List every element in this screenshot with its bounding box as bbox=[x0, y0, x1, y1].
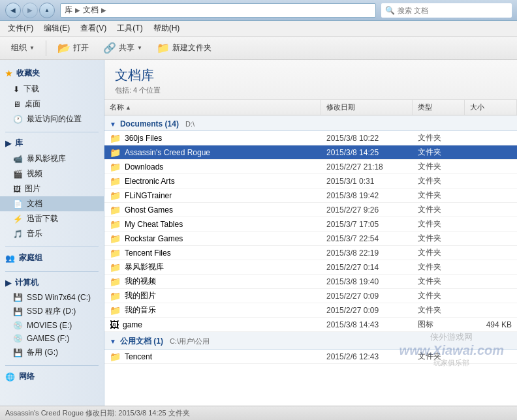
up-button[interactable]: ▲ bbox=[39, 3, 55, 18]
sidebar-item-xunlei[interactable]: ⚡ 迅雷下载 bbox=[0, 211, 104, 226]
menu-edit[interactable]: 编辑(E) bbox=[39, 22, 75, 35]
file-type: 文件夹 bbox=[413, 161, 465, 172]
col-header-type[interactable]: 类型 bbox=[413, 100, 465, 115]
c-drive-icon: 💾 bbox=[13, 293, 23, 302]
file-name-text: 我的图片 bbox=[125, 290, 156, 301]
sidebar-item-e-drive[interactable]: 💿 MOVIES (E:) bbox=[0, 319, 104, 332]
new-folder-icon: 📁 bbox=[157, 42, 170, 54]
file-type: 文件夹 bbox=[413, 247, 465, 258]
file-name-cell: 📁 My Cheat Tables bbox=[104, 219, 321, 230]
organize-label: 组织 bbox=[11, 42, 27, 53]
sidebar-item-video[interactable]: 🎬 视频 bbox=[0, 166, 104, 181]
sidebar-item-music[interactable]: 🎵 音乐 bbox=[0, 226, 104, 241]
table-row[interactable]: 📁 360js Files 2015/3/8 10:22 文件夹 bbox=[104, 131, 517, 145]
sidebar-item-f-drive[interactable]: 💿 GAMES (F:) bbox=[0, 332, 104, 345]
search-input[interactable] bbox=[398, 7, 508, 14]
file-name-text: Electronic Arts bbox=[125, 177, 175, 186]
table-row[interactable]: 📁 Rockstar Games 2015/3/7 22:54 文件夹 bbox=[104, 232, 517, 246]
table-row[interactable]: 📁 我的图片 2015/2/27 0:09 文件夹 bbox=[104, 289, 517, 303]
table-row[interactable]: 📁 Electronic Arts 2015/3/1 0:31 文件夹 bbox=[104, 174, 517, 188]
file-name-cell: 📁 Tencent Files bbox=[104, 248, 321, 258]
sidebar-item-g-drive[interactable]: 💾 备用 (G:) bbox=[0, 345, 104, 360]
table-row[interactable]: 📁 Downloads 2015/2/27 21:18 文件夹 bbox=[104, 160, 517, 174]
file-date: 2015/3/1 0:31 bbox=[321, 177, 413, 186]
file-list[interactable]: ▼ Documents (14) D:\ 📁 360js Files 2015/… bbox=[104, 115, 517, 406]
sidebar-libraries-header[interactable]: ▶ 库 bbox=[0, 135, 104, 151]
network-icon: 🌐 bbox=[5, 372, 15, 382]
file-date: 2015/3/8 10:22 bbox=[321, 134, 413, 143]
sidebar-libraries-section: ▶ 库 📹 暴风影视库 🎬 视频 🖼 图片 📄 文档 ⚡ 迅雷下载 bbox=[0, 135, 104, 241]
file-date: 2015/3/8 22:19 bbox=[321, 248, 413, 258]
menu-file[interactable]: 文件(F) bbox=[3, 22, 39, 35]
file-size: 494 KB bbox=[465, 320, 517, 329]
file-date: 2015/3/8 14:25 bbox=[321, 148, 413, 157]
table-row[interactable]: 📁 FLiNGTrainer 2015/3/8 19:42 文件夹 bbox=[104, 188, 517, 203]
menu-view[interactable]: 查看(V) bbox=[75, 22, 112, 35]
table-row[interactable]: 📁 我的音乐 2015/2/27 0:09 文件夹 bbox=[104, 303, 517, 318]
share-button[interactable]: 🔗 共享 ▼ bbox=[97, 39, 148, 57]
table-row[interactable]: 📁 暴风影视库 2015/2/27 0:14 文件夹 bbox=[104, 260, 517, 275]
new-folder-label: 新建文件夹 bbox=[172, 42, 212, 53]
menu-tools[interactable]: 工具(T) bbox=[112, 22, 148, 35]
table-row[interactable]: 📁 Tencent 2015/2/6 12:43 文件夹 bbox=[104, 350, 517, 364]
xunlei-icon: ⚡ bbox=[13, 215, 23, 224]
address-documents: 文档 bbox=[83, 5, 99, 16]
file-date: 2015/2/27 0:09 bbox=[321, 306, 413, 315]
file-type: 文件夹 bbox=[413, 290, 465, 301]
sidebar-computer-section: ▶ 计算机 💾 SSD Win7x64 (C:) 💾 SSD 程序 (D:) 💿… bbox=[0, 275, 104, 360]
file-name-text: game bbox=[123, 320, 142, 329]
col-header-name[interactable]: 名称 ▲ bbox=[104, 100, 321, 115]
menu-help[interactable]: 帮助(H) bbox=[148, 22, 185, 35]
title-bar: ◀ ▶ ▲ 库 ▶ 文档 ▶ 🔍 bbox=[0, 0, 517, 21]
new-folder-button[interactable]: 📁 新建文件夹 bbox=[151, 39, 217, 57]
sidebar-item-recent[interactable]: 🕐 最近访问的位置 bbox=[0, 112, 104, 127]
group-label: Documents (14) bbox=[120, 119, 179, 128]
sidebar-computer-header[interactable]: ▶ 计算机 bbox=[0, 275, 104, 291]
back-button[interactable]: ◀ bbox=[5, 3, 21, 18]
file-icon: 📁 bbox=[110, 162, 121, 172]
sidebar-item-d-drive[interactable]: 💾 SSD 程序 (D:) bbox=[0, 304, 104, 319]
file-type: 图标 bbox=[413, 319, 465, 330]
file-date: 2015/2/27 0:09 bbox=[321, 292, 413, 301]
file-name-text: 我的视频 bbox=[125, 276, 156, 287]
sidebar-item-downloads[interactable]: ⬇ 下载 bbox=[0, 82, 104, 97]
computer-label: 计算机 bbox=[15, 277, 39, 288]
column-headers: 名称 ▲ 修改日期 类型 大小 bbox=[104, 100, 517, 115]
sidebar-homegroup-header[interactable]: 👥 家庭组 bbox=[0, 250, 104, 266]
sidebar-item-c-drive[interactable]: 💾 SSD Win7x64 (C:) bbox=[0, 291, 104, 304]
table-row[interactable]: 📁 我的视频 2015/3/8 19:40 文件夹 bbox=[104, 275, 517, 289]
table-row[interactable]: 📁 Tencent Files 2015/3/8 22:19 文件夹 bbox=[104, 246, 517, 260]
open-icon: 📂 bbox=[57, 42, 70, 54]
open-button[interactable]: 📂 打开 bbox=[52, 39, 95, 57]
sidebar-network-header[interactable]: 🌐 网络 bbox=[0, 368, 104, 385]
file-name-text: Tencent bbox=[125, 352, 152, 361]
file-icon: 📁 bbox=[110, 262, 121, 273]
address-bar[interactable]: 库 ▶ 文档 ▶ bbox=[60, 3, 376, 18]
file-type: 文件夹 bbox=[413, 175, 465, 187]
sidebar-item-pictures[interactable]: 🖼 图片 bbox=[0, 181, 104, 196]
sidebar-item-documents[interactable]: 📄 文档 bbox=[0, 196, 104, 211]
table-row[interactable]: 📁 Ghost Games 2015/2/27 9:26 文件夹 bbox=[104, 203, 517, 217]
group-path: D:\ bbox=[185, 120, 195, 128]
sidebar-favorites-header[interactable]: ★ 收藏夹 bbox=[0, 65, 104, 82]
file-icon: 📁 bbox=[110, 219, 121, 230]
col-header-date[interactable]: 修改日期 bbox=[321, 100, 413, 115]
organize-button[interactable]: 组织 ▼ bbox=[5, 40, 40, 56]
sidebar-item-baofeng[interactable]: 📹 暴风影视库 bbox=[0, 151, 104, 166]
file-date: 2015/3/7 22:54 bbox=[321, 234, 413, 243]
favorites-label: 收藏夹 bbox=[16, 68, 40, 79]
sidebar-item-desktop[interactable]: 🖥 桌面 bbox=[0, 97, 104, 112]
group-expand-icon: ▼ bbox=[110, 121, 116, 128]
file-name-text: Rockstar Games bbox=[125, 234, 183, 243]
search-icon: 🔍 bbox=[385, 6, 395, 15]
col-header-size[interactable]: 大小 bbox=[465, 100, 517, 115]
forward-button[interactable]: ▶ bbox=[22, 3, 38, 18]
table-row[interactable]: 📁 My Cheat Tables 2015/3/7 17:05 文件夹 bbox=[104, 217, 517, 232]
pictures-icon: 🖼 bbox=[13, 185, 21, 194]
file-date: 2015/3/8 19:42 bbox=[321, 191, 413, 200]
f-drive-icon: 💿 bbox=[13, 334, 23, 343]
homegroup-icon: 👥 bbox=[5, 254, 15, 263]
table-row[interactable]: 🖼 game 2015/3/8 14:43 图标 494 KB bbox=[104, 318, 517, 332]
file-name-cell: 📁 暴风影视库 bbox=[104, 262, 321, 273]
table-row[interactable]: 📁 Assassin's Creed Rogue 2015/3/8 14:25 … bbox=[104, 145, 517, 160]
